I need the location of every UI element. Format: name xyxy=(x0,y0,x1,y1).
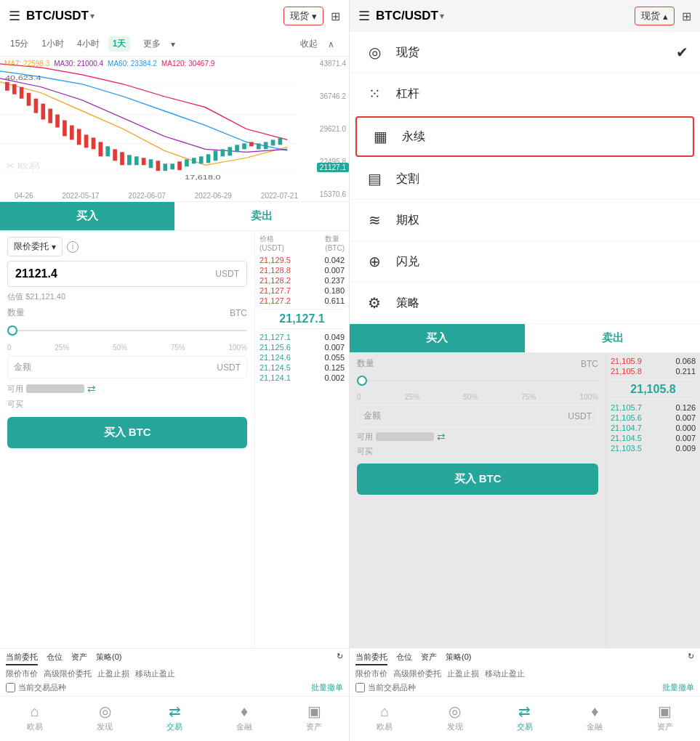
right-nav-assets[interactable]: ▣ 资产 xyxy=(657,702,673,732)
svg-rect-5 xyxy=(5,82,9,91)
ot-trailing[interactable]: 移动止盈止 xyxy=(135,668,175,679)
info-icon[interactable]: i xyxy=(67,241,79,253)
quantity-slider[interactable] xyxy=(7,323,247,338)
transfer-icon[interactable]: ⇄ xyxy=(87,383,96,394)
right-spot-badge[interactable]: 现货 ▴ xyxy=(635,7,675,25)
sell-tab[interactable]: 卖出 xyxy=(174,202,350,230)
right-ot-2[interactable]: 高级限价委托 xyxy=(393,668,441,679)
tab-current-orders[interactable]: 当前委托 xyxy=(6,652,38,665)
nav-trade[interactable]: ⇄ 交易 xyxy=(166,702,182,732)
right-tab-assets[interactable]: 资产 xyxy=(421,652,437,665)
tab-strategies[interactable]: 策略(0) xyxy=(96,652,121,665)
right-menu-icon[interactable]: ☰ xyxy=(358,8,370,24)
right-ot-1[interactable]: 限价市价 xyxy=(355,668,387,679)
ot-advanced[interactable]: 高级限价委托 xyxy=(44,668,92,679)
ot-limit-market[interactable]: 限价市价 xyxy=(6,668,38,679)
right-pair-checkbox[interactable] xyxy=(355,683,365,692)
quantity-label: 数量 xyxy=(7,307,25,319)
dropdown-strategy[interactable]: ⚙ 策略 xyxy=(350,283,700,324)
delivery-icon: ▤ xyxy=(364,170,385,187)
dropdown-options[interactable]: ≋ 期权 xyxy=(350,200,700,241)
svg-rect-15 xyxy=(77,129,81,145)
time-more[interactable]: 更多 ▾ xyxy=(134,35,184,53)
nav-discover[interactable]: ◎ 发现 xyxy=(97,702,113,732)
price-value: 21121.4 xyxy=(15,267,57,280)
time-collapse[interactable]: 收起 ∧ xyxy=(291,35,343,53)
right-ob-buy-1: 21,105.7 0.126 xyxy=(611,402,696,413)
right-buy-tab[interactable]: 买入 xyxy=(350,324,525,352)
right-nav-finance[interactable]: ♦ 金融 xyxy=(587,703,603,732)
right-ot-3[interactable]: 止盈止损 xyxy=(447,668,479,679)
right-nav-home[interactable]: ⌂ 欧易 xyxy=(377,703,393,732)
slider-thumb[interactable] xyxy=(7,325,17,336)
right-ob-buy-3: 21,104.7 0.000 xyxy=(611,423,696,433)
refresh-btn[interactable]: ↻ xyxy=(337,652,343,665)
left-bottom-nav: ⌂ 欧易 ◎ 发现 ⇄ 交易 ♦ 金融 ▣ 资产 xyxy=(0,696,349,741)
perpetual-icon: ▦ xyxy=(370,128,390,145)
finance-icon: ♦ xyxy=(241,703,248,720)
nav-assets[interactable]: ▣ 资产 xyxy=(306,702,322,732)
dropdown-delivery[interactable]: ▤ 交割 xyxy=(350,158,700,200)
svg-rect-12 xyxy=(55,115,60,128)
svg-rect-36 xyxy=(228,147,232,155)
time-15m[interactable]: 15分 xyxy=(6,36,33,52)
batch-cancel-btn[interactable]: 批量撤单 xyxy=(311,682,343,693)
right-pair-arrow[interactable]: ▾ xyxy=(440,11,444,21)
price-high: 43871.4 xyxy=(320,60,346,68)
tab-positions[interactable]: 仓位 xyxy=(47,652,63,665)
order-type-tabs: 限价市价 高级限价委托 止盈止损 移动止盈止 xyxy=(6,668,343,679)
price-input[interactable]: 21121.4 USDT xyxy=(7,261,247,287)
ob-sell-4: 21,127.7 0.180 xyxy=(260,286,345,296)
right-chart-icon[interactable]: ⊞ xyxy=(682,9,691,23)
right-buy-btn[interactable]: 买入 BTC xyxy=(357,463,598,495)
right-tab-current[interactable]: 当前委托 xyxy=(355,652,387,665)
time-4h[interactable]: 4小时 xyxy=(73,36,104,52)
right-tab-strategies[interactable]: 策略(0) xyxy=(446,652,471,665)
time-1d[interactable]: 1天 xyxy=(108,36,131,52)
right-slider-thumb[interactable] xyxy=(357,376,367,386)
dropdown-spot[interactable]: ◎ 现货 ✔ xyxy=(350,32,700,73)
svg-rect-20 xyxy=(113,149,117,161)
buy-tab[interactable]: 买入 xyxy=(0,202,174,230)
svg-text:40,623.4: 40,623.4 xyxy=(5,74,41,81)
ob-sell-price-1: 21,129.5 xyxy=(260,256,291,264)
right-slider-ticks: 025%50%75%100% xyxy=(357,393,598,401)
nav-home[interactable]: ⌂ 欧易 xyxy=(27,703,43,732)
right-ot-4[interactable]: 移动止盈止 xyxy=(485,668,525,679)
right-ob-current: 21,105.8 xyxy=(611,379,696,400)
left-menu-icon[interactable]: ☰ xyxy=(9,8,20,24)
right-spot-arrow: ▴ xyxy=(663,11,668,22)
right-quantity-row: 数量 BTC xyxy=(357,357,598,370)
order-type-select[interactable]: 限价委托 ▾ xyxy=(7,237,63,256)
right-pair-name[interactable]: BTC/USDT xyxy=(376,9,438,23)
tab-assets[interactable]: 资产 xyxy=(71,652,87,665)
right-quantity-slider[interactable] xyxy=(357,373,598,388)
right-bottom-nav: ⌂ 欧易 ◎ 发现 ⇄ 交易 ♦ 金融 ▣ 资产 xyxy=(350,696,700,741)
dropdown-convert[interactable]: ⊕ 闪兑 xyxy=(350,241,700,283)
svg-rect-31 xyxy=(192,158,196,163)
ot-tp-sl[interactable]: 止盈止损 xyxy=(97,668,129,679)
left-pair-arrow[interactable]: ▾ xyxy=(90,11,94,21)
left-pair-name[interactable]: BTC/USDT xyxy=(26,9,89,23)
right-available-amount xyxy=(376,432,434,441)
right-refresh-btn[interactable]: ↻ xyxy=(688,652,694,665)
nav-finance[interactable]: ♦ 金融 xyxy=(236,703,252,732)
right-nav-discover[interactable]: ◎ 发现 xyxy=(447,702,463,732)
current-pair-checkbox[interactable] xyxy=(6,683,15,692)
leverage-icon: ⁙ xyxy=(364,85,385,102)
left-chart-icon[interactable]: ⊞ xyxy=(331,9,340,23)
right-nav-trade[interactable]: ⇄ 交易 xyxy=(517,702,533,732)
buy-btc-button[interactable]: 买入 BTC xyxy=(7,417,247,448)
right-ob-sell-2: 21,105.8 0.211 xyxy=(611,366,696,376)
home-icon: ⌂ xyxy=(31,703,39,720)
right-qty-unit: BTC xyxy=(581,359,598,369)
time-1h[interactable]: 1小时 xyxy=(37,36,68,52)
right-tab-positions[interactable]: 仓位 xyxy=(396,652,412,665)
left-spot-badge[interactable]: 现货 ▾ xyxy=(283,7,323,25)
right-home-icon: ⌂ xyxy=(380,703,389,720)
dropdown-leverage[interactable]: ⁙ 杠杆 xyxy=(350,73,700,115)
dropdown-perpetual[interactable]: ▦ 永续 xyxy=(355,116,694,157)
right-batch-btn[interactable]: 批量撤单 xyxy=(662,682,694,693)
right-sell-tab[interactable]: 卖出 xyxy=(525,324,701,352)
right-transfer-icon[interactable]: ⇄ xyxy=(437,431,446,442)
